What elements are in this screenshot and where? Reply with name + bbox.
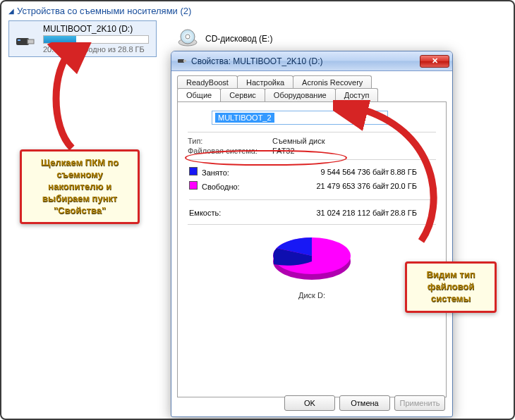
free-label: Свободно: xyxy=(202,183,240,191)
collapse-triangle-icon[interactable]: ◢ xyxy=(8,7,14,15)
svg-rect-2 xyxy=(18,39,20,41)
tab-hardware[interactable]: Оборудование xyxy=(265,88,336,101)
capacity-bytes: 31 024 218 112 байт xyxy=(268,207,389,218)
svg-point-5 xyxy=(186,35,190,39)
volume-label-text: MULTIBOOT_2 xyxy=(215,113,274,123)
titlebar[interactable]: Свойства: MULTIBOOT_2K10 (D:) ✕ xyxy=(171,51,452,71)
section-header[interactable]: ◢ Устройства со съемными носителями (2) xyxy=(8,6,507,16)
section-title: Устройства со съемными носителями (2) xyxy=(17,6,191,16)
device-subtext: 20.0 ГБ свободно из 28.8 ГБ xyxy=(43,45,152,54)
used-bytes: 9 544 564 736 байт xyxy=(268,166,389,178)
apply-button[interactable]: Применить xyxy=(394,395,445,411)
device-usb-drive[interactable]: MULTIBOOT_2K10 (D:) 20.0 ГБ свободно из … xyxy=(8,20,157,57)
volume-label-input[interactable]: MULTIBOOT_2 xyxy=(212,111,388,125)
svg-rect-7 xyxy=(183,60,186,62)
filesystem-label: Файловая система: xyxy=(188,147,272,155)
callout-left-text: Щелкаем ПКМ по съемному накопителю и выб… xyxy=(41,157,119,216)
type-label: Тип: xyxy=(188,137,272,145)
tabs-row-top: ReadyBoost Настройка Acronis Recovery xyxy=(177,75,447,89)
cancel-button[interactable]: Отмена xyxy=(339,395,390,411)
capacity-gb: 28.8 ГБ xyxy=(390,207,435,218)
type-value: Съемный диск xyxy=(272,137,325,145)
table-row: Емкость: 31 024 218 112 байт 28.8 ГБ xyxy=(189,207,435,218)
cd-drive-icon xyxy=(176,27,200,51)
svg-rect-0 xyxy=(16,38,29,45)
tab-panel-general: MULTIBOOT_2 Тип: Съемный диск Файловая с… xyxy=(177,101,447,397)
callout-left: Щелкаем ПКМ по съемному накопителю и выб… xyxy=(20,149,140,224)
free-gb: 20.0 ГБ xyxy=(390,180,435,192)
drive-small-icon xyxy=(177,56,187,67)
tab-readyboost[interactable]: ReadyBoost xyxy=(177,75,238,89)
properties-dialog: Свойства: MULTIBOOT_2K10 (D:) ✕ ReadyBoo… xyxy=(171,51,453,417)
callout-right: Видим тип файловой системы xyxy=(405,261,497,313)
tab-acronis[interactable]: Acronis Recovery xyxy=(293,75,372,89)
dialog-title: Свойства: MULTIBOOT_2K10 (D:) xyxy=(191,56,416,66)
capacity-label: Емкость: xyxy=(189,209,221,217)
usage-table: Занято: 9 544 564 736 байт 8.88 ГБ Свобо… xyxy=(188,164,436,220)
tab-general[interactable]: Общие xyxy=(177,88,221,101)
svg-rect-6 xyxy=(178,59,184,63)
capacity-bar xyxy=(43,35,149,44)
close-button[interactable]: ✕ xyxy=(420,55,449,68)
svg-rect-1 xyxy=(28,39,34,44)
tabs-row-bottom: Общие Сервис Оборудование Доступ xyxy=(177,88,447,101)
used-swatch-icon xyxy=(189,167,198,175)
filesystem-value: FAT32 xyxy=(272,147,295,155)
device-name: CD-дисковод (E:) xyxy=(205,34,272,44)
tab-settings[interactable]: Настройка xyxy=(237,75,293,89)
used-label: Занято: xyxy=(202,168,229,177)
ok-button[interactable]: OK xyxy=(284,395,335,411)
close-icon: ✕ xyxy=(432,56,438,66)
table-row: Занято: 9 544 564 736 байт 8.88 ГБ xyxy=(189,166,435,178)
tab-tools[interactable]: Сервис xyxy=(220,88,265,101)
free-bytes: 21 479 653 376 байт xyxy=(268,180,389,192)
table-row: Свободно: 21 479 653 376 байт 20.0 ГБ xyxy=(189,180,435,192)
free-swatch-icon xyxy=(189,181,198,190)
usage-pie-chart xyxy=(188,230,436,288)
disk-caption: Диск D: xyxy=(188,291,436,299)
usb-drive-icon xyxy=(13,27,37,51)
device-name: MULTIBOOT_2K10 (D:) xyxy=(43,24,152,34)
callout-right-text: Видим тип файловой системы xyxy=(426,269,475,304)
used-gb: 8.88 ГБ xyxy=(390,166,435,178)
tab-sharing[interactable]: Доступ xyxy=(335,88,379,101)
